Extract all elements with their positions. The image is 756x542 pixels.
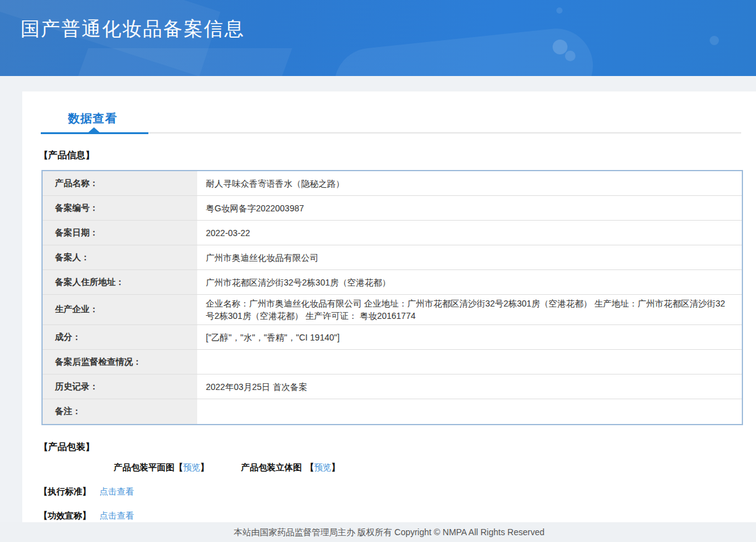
executive-standard-line: 【执行标准】 点击查看 xyxy=(39,486,756,498)
header-decor-ellipse xyxy=(331,25,597,76)
bracket-close: 】 xyxy=(331,462,340,472)
table-row-ingredients: 成分： ["乙醇"，"水"，"香精"，"CI 19140"] xyxy=(43,325,742,350)
page-footer: 本站由国家药品监督管理局主办 版权所有 Copyright © NMPA All… xyxy=(0,522,756,542)
row-label: 备注： xyxy=(43,399,197,424)
table-row-supervision-check: 备案后监督检查情况： xyxy=(43,350,742,375)
row-label: 备案编号： xyxy=(43,196,197,220)
row-value: 2022-03-22 xyxy=(197,221,742,245)
table-row-registration-number: 备案编号： 粤G妆网备字2022003987 xyxy=(43,196,742,221)
row-label: 生产企业： xyxy=(43,295,197,324)
bracket-open: 【 xyxy=(305,462,314,472)
row-value: 企业名称：广州市奥迪丝化妆品有限公司 企业地址：广州市花都区清沙街32号2栋30… xyxy=(197,295,742,324)
efficacy-claim-view-link[interactable]: 点击查看 xyxy=(100,510,134,520)
table-row-history: 历史记录： 2022年03月25日 首次备案 xyxy=(43,375,742,399)
table-row-product-name: 产品名称： 耐人寻味众香寄语香水（隐秘之路） xyxy=(43,171,742,196)
bracket-open: 【 xyxy=(174,462,183,472)
row-value: 广州市奥迪丝化妆品有限公司 xyxy=(197,245,742,269)
header-decor-polygon xyxy=(72,48,292,76)
packaging-3d-item: 产品包装立体图【预览】 xyxy=(241,462,340,472)
page-header-banner: 国产普通化妆品备案信息 xyxy=(0,0,756,76)
header-decor-circle xyxy=(556,7,563,14)
tab-strip: 数据查看 xyxy=(41,91,744,133)
header-decor-circle xyxy=(553,40,567,54)
table-row-registrant-address: 备案人住所地址： 广州市花都区清沙街32号2栋301房（空港花都） xyxy=(43,270,742,295)
row-label: 历史记录： xyxy=(43,375,197,399)
row-label: 备案人住所地址： xyxy=(43,270,197,294)
row-value: 广州市花都区清沙街32号2栋301房（空港花都） xyxy=(197,270,742,294)
header-decor-circle xyxy=(565,51,575,61)
table-row-remarks: 备注： xyxy=(43,399,742,424)
row-value xyxy=(197,399,742,424)
row-value: ["乙醇"，"水"，"香精"，"CI 19140"] xyxy=(197,325,742,349)
packaging-3d-preview-link[interactable]: 预览 xyxy=(314,462,331,472)
executive-standard-view-link[interactable]: 点击查看 xyxy=(100,486,134,496)
efficacy-claim-label: 【功效宣称】 xyxy=(39,510,91,520)
row-label: 产品名称： xyxy=(43,171,197,195)
row-label: 备案日期： xyxy=(43,221,197,245)
tab-active-underline xyxy=(41,132,148,134)
tab-active-indicator-triangle xyxy=(88,127,100,132)
packaging-section-title: 【产品包装】 xyxy=(39,441,756,453)
footer-copyright-text: 本站由国家药品监督管理局主办 版权所有 Copyright © NMPA All… xyxy=(234,527,544,538)
row-value xyxy=(197,350,742,374)
product-info-table: 产品名称： 耐人寻味众香寄语香水（隐秘之路） 备案编号： 粤G妆网备字20220… xyxy=(41,170,743,425)
packaging-3d-label: 产品包装立体图 xyxy=(241,462,302,472)
efficacy-claim-line: 【功效宣称】 点击查看 xyxy=(39,510,756,522)
product-info-section-title: 【产品信息】 xyxy=(39,150,756,161)
row-label: 备案人： xyxy=(43,245,197,269)
row-label: 备案后监督检查情况： xyxy=(43,350,197,374)
table-row-manufacturer: 生产企业： 企业名称：广州市奥迪丝化妆品有限公司 企业地址：广州市花都区清沙街3… xyxy=(43,295,742,325)
executive-standard-label: 【执行标准】 xyxy=(39,486,91,496)
bracket-close: 】 xyxy=(200,462,209,472)
table-row-registrant: 备案人： 广州市奥迪丝化妆品有限公司 xyxy=(43,245,742,270)
packaging-flat-label: 产品包装平面图 xyxy=(114,462,174,472)
row-value: 耐人寻味众香寄语香水（隐秘之路） xyxy=(197,171,742,195)
row-value: 粤G妆网备字2022003987 xyxy=(197,196,742,220)
packaging-flat-item: 产品包装平面图【预览】 xyxy=(114,462,209,472)
header-decor-circle xyxy=(710,36,719,45)
packaging-flat-preview-link[interactable]: 预览 xyxy=(183,462,200,472)
packaging-preview-line: 产品包装平面图【预览】 产品包装立体图【预览】 xyxy=(114,462,756,473)
tab-data-view[interactable]: 数据查看 xyxy=(68,111,117,127)
page-title: 国产普通化妆品备案信息 xyxy=(20,16,245,42)
row-label: 成分： xyxy=(43,325,197,349)
table-row-registration-date: 备案日期： 2022-03-22 xyxy=(43,221,742,245)
row-value: 2022年03月25日 首次备案 xyxy=(197,375,742,399)
content-card: 数据查看 【产品信息】 产品名称： 耐人寻味众香寄语香水（隐秘之路） 备案编号：… xyxy=(22,91,756,522)
